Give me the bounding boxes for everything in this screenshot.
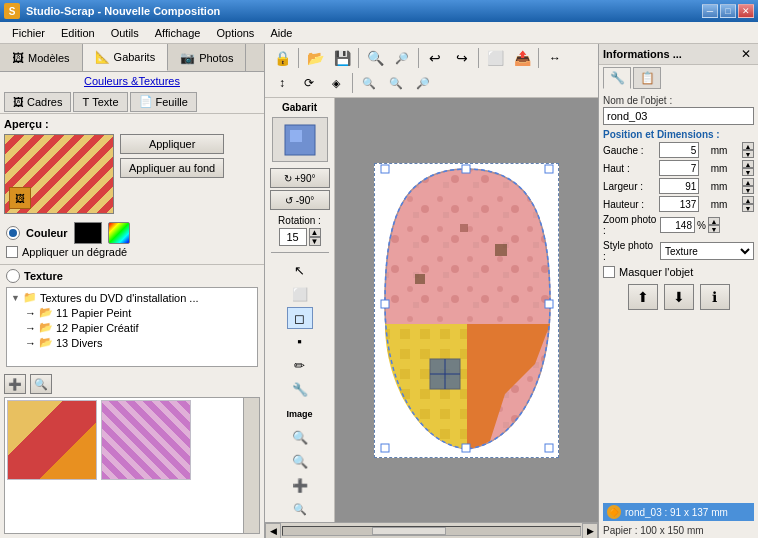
info-close-button[interactable]: ✕ xyxy=(738,46,754,62)
tool-add[interactable]: ➕ xyxy=(287,474,313,496)
info-tab-list[interactable]: 📋 xyxy=(633,67,661,89)
scroll-left[interactable]: ◀ xyxy=(265,523,281,539)
gabarit-sep xyxy=(271,252,329,253)
menu-outils[interactable]: Outils xyxy=(103,25,147,41)
scroll-right[interactable]: ▶ xyxy=(582,523,598,539)
zoom-down[interactable]: ▼ xyxy=(708,225,720,233)
sub-tab-texte[interactable]: T Texte xyxy=(73,92,127,112)
toolbar-zoom-fit[interactable]: 🔍 xyxy=(362,46,388,70)
tool-fill[interactable]: ▪ xyxy=(287,331,313,353)
gauche-down[interactable]: ▼ xyxy=(742,150,754,158)
color-picker-button[interactable] xyxy=(108,222,130,244)
hauteur-input[interactable] xyxy=(659,196,699,212)
sub-tab-feuille[interactable]: 📄 Feuille xyxy=(130,92,197,112)
menu-aide[interactable]: Aide xyxy=(262,25,300,41)
color-swatch[interactable] xyxy=(74,222,102,244)
tool-active[interactable]: ◻ xyxy=(287,307,313,329)
toolbar-zoom-3[interactable]: 🔎 xyxy=(410,71,436,95)
couleur-radio[interactable] xyxy=(6,226,20,240)
tool-zoom-fit2[interactable]: 🔍 xyxy=(287,427,313,449)
info-tab-properties[interactable]: 🔧 xyxy=(603,67,631,89)
toolbar-rotate[interactable]: ⟳ xyxy=(296,71,322,95)
toolbar-redo[interactable]: ↪ xyxy=(449,46,475,70)
tool-zoom-region[interactable]: 🔍 xyxy=(287,450,313,472)
toolbar-flip-v[interactable]: ↕ xyxy=(269,71,295,95)
horizontal-scrollbar[interactable]: ◀ ▶ xyxy=(265,522,598,538)
hauteur-up[interactable]: ▲ xyxy=(742,196,754,204)
toolbar-frame[interactable]: ⬜ xyxy=(482,46,508,70)
hauteur-down[interactable]: ▼ xyxy=(742,204,754,212)
toolbar-zoom-in[interactable]: 🔎 xyxy=(389,46,415,70)
menu-options[interactable]: Options xyxy=(208,25,262,41)
texture-radio[interactable] xyxy=(6,269,20,283)
toolbar-flip-h[interactable]: ↔ xyxy=(542,46,568,70)
gauche-up[interactable]: ▲ xyxy=(742,142,754,150)
toolbar-center[interactable]: ◈ xyxy=(323,71,349,95)
nom-input[interactable] xyxy=(603,107,754,125)
zoom-texture-button[interactable]: 🔍 xyxy=(30,374,52,394)
tool-select[interactable]: ↖ xyxy=(287,259,313,281)
tool-pen[interactable]: ✏ xyxy=(287,355,313,377)
gabarit-preview[interactable] xyxy=(272,117,328,162)
object-indicator: 🔶 rond_03 : 91 x 137 mm xyxy=(603,503,754,521)
thumb-scrollbar[interactable] xyxy=(243,398,259,533)
paper-info: Papier : 100 x 150 mm xyxy=(599,523,758,538)
menu-fichier[interactable]: Fichier xyxy=(4,25,53,41)
toolbar-export[interactable]: 📤 xyxy=(509,46,535,70)
toolbar-lock[interactable]: 🔒 xyxy=(269,46,295,70)
zoom-input[interactable] xyxy=(660,217,695,233)
tab-gabarits[interactable]: 📐 Gabarits xyxy=(83,44,169,71)
haut-up[interactable]: ▲ xyxy=(742,160,754,168)
toolbar-zoom-1[interactable]: 🔍 xyxy=(356,71,382,95)
couleur-row: Couleur xyxy=(6,222,258,244)
scroll-track[interactable] xyxy=(282,526,581,536)
tree-item-papier-peint[interactable]: → 📂 11 Papier Peint xyxy=(9,305,255,320)
tool-rect[interactable]: ⬜ xyxy=(287,283,313,305)
rotate-plus-button[interactable]: ↻ +90° xyxy=(270,168,330,188)
close-button[interactable]: ✕ xyxy=(738,4,754,18)
haut-input[interactable] xyxy=(659,160,699,176)
rotation-down[interactable]: ▼ xyxy=(309,237,321,246)
texture-tree[interactable]: ▼ 📁 Textures du DVD d'installation ... →… xyxy=(6,287,258,367)
move-up-button[interactable]: ⬆ xyxy=(628,284,658,310)
sub-tab-cadres[interactable]: 🖼 Cadres xyxy=(4,92,71,112)
appliquer-button[interactable]: Appliquer xyxy=(120,134,224,154)
largeur-unit: mm xyxy=(711,181,731,192)
scroll-thumb[interactable] xyxy=(372,527,446,535)
tree-item-papier-creatif[interactable]: → 📂 12 Papier Créatif xyxy=(9,320,255,335)
toolbar-undo[interactable]: ↩ xyxy=(422,46,448,70)
tree-item-divers[interactable]: → 📂 13 Divers xyxy=(9,335,255,350)
toolbar-save[interactable]: 💾 xyxy=(329,46,355,70)
thumbnail-2[interactable] xyxy=(101,400,191,480)
tool-info[interactable]: 🔍 xyxy=(287,498,313,520)
tab-photos[interactable]: 📷 Photos xyxy=(168,44,246,71)
largeur-input[interactable] xyxy=(659,178,699,194)
largeur-up[interactable]: ▲ xyxy=(742,178,754,186)
maximize-button[interactable]: □ xyxy=(720,4,736,18)
style-select[interactable]: Texture xyxy=(660,242,754,260)
rotation-input[interactable] xyxy=(279,228,307,246)
toolbar-open[interactable]: 📂 xyxy=(302,46,328,70)
tab-modeles[interactable]: 🖼 Modèles xyxy=(0,44,83,71)
tool-image-label[interactable]: Image xyxy=(287,403,313,425)
largeur-down[interactable]: ▼ xyxy=(742,186,754,194)
toolbar-zoom-2[interactable]: 🔍 xyxy=(383,71,409,95)
move-down-button[interactable]: ⬇ xyxy=(664,284,694,310)
add-texture-button[interactable]: ➕ xyxy=(4,374,26,394)
appliquer-fond-button[interactable]: Appliquer au fond xyxy=(120,158,224,178)
menu-edition[interactable]: Edition xyxy=(53,25,103,41)
colors-textures-link[interactable]: Couleurs &Textures xyxy=(84,75,180,87)
rotate-minus-button[interactable]: ↺ -90° xyxy=(270,190,330,210)
info-button[interactable]: ℹ xyxy=(700,284,730,310)
menu-affichage[interactable]: Affichage xyxy=(147,25,209,41)
minimize-button[interactable]: ─ xyxy=(702,4,718,18)
thumbnail-1[interactable] xyxy=(7,400,97,480)
degrade-checkbox[interactable] xyxy=(6,246,18,258)
rotation-row: ▲ ▼ xyxy=(279,228,321,246)
zoom-up[interactable]: ▲ xyxy=(708,217,720,225)
tree-item-dvd[interactable]: ▼ 📁 Textures du DVD d'installation ... xyxy=(9,290,255,305)
tool-settings[interactable]: 🔧 xyxy=(287,379,313,401)
gauche-input[interactable] xyxy=(659,142,699,158)
haut-down[interactable]: ▼ xyxy=(742,168,754,176)
masquer-checkbox[interactable] xyxy=(603,266,615,278)
